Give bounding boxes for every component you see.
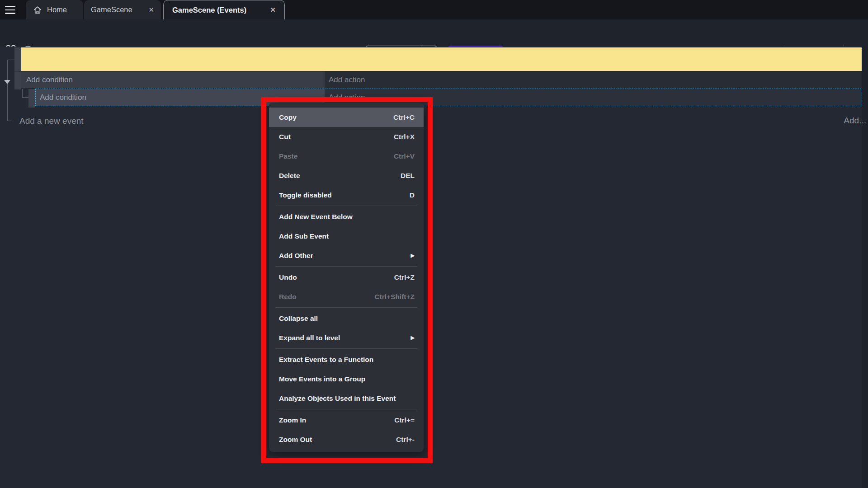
tab-gamescene-events[interactable]: GameScene (Events) ✕ — [163, 0, 285, 19]
menu-item-label: Add New Event Below — [279, 213, 353, 221]
menu-item-delete[interactable]: DeleteDEL — [269, 166, 424, 185]
tree-line — [7, 60, 8, 121]
menu-item-add-other[interactable]: Add Other▶ — [269, 246, 424, 265]
subevent-drag-handle[interactable] — [28, 89, 35, 108]
menu-item-label: Expand all to level — [279, 334, 340, 342]
menu-item-label: Cut — [279, 133, 291, 141]
menu-separator — [275, 266, 417, 267]
menu-item-cut[interactable]: CutCtrl+X — [269, 127, 424, 146]
menu-item-redo: RedoCtrl+Shift+Z — [269, 287, 424, 306]
app-window: Home GameScene ✕ GameScene (Events) ✕ — [0, 0, 868, 488]
menu-item-undo[interactable]: UndoCtrl+Z — [269, 267, 424, 287]
close-icon[interactable]: ✕ — [270, 6, 276, 14]
close-icon[interactable]: ✕ — [148, 6, 154, 14]
menu-separator — [275, 409, 417, 409]
tree-line — [7, 60, 14, 60]
menu-item-label: Delete — [279, 172, 300, 180]
menu-item-copy[interactable]: CopyCtrl+C — [269, 108, 424, 127]
menu-item-shortcut: Ctrl+- — [396, 436, 415, 444]
tab-home[interactable]: Home — [26, 0, 83, 19]
menu-item-label: Undo — [279, 273, 297, 282]
scrollbar-track[interactable] — [862, 47, 868, 488]
comment-event[interactable] — [21, 47, 862, 72]
menu-item-analyze-objects-used-in-this-event[interactable]: Analyze Objects Used in this Event — [269, 389, 424, 408]
menu-item-shortcut: Ctrl+= — [394, 416, 415, 424]
tab-label: GameScene — [91, 5, 132, 14]
menu-item-label: Redo — [279, 293, 297, 301]
menu-item-label: Copy — [279, 113, 297, 122]
menu-item-extract-events-to-a-function[interactable]: Extract Events to a Function — [269, 350, 424, 369]
menu-item-label: Add Other — [279, 252, 313, 260]
add-condition-link[interactable]: Add condition — [26, 71, 73, 88]
menu-separator — [275, 348, 417, 349]
add-new-event-link[interactable]: Add a new event — [19, 114, 84, 128]
event-drag-handle[interactable] — [14, 47, 21, 89]
menu-item-shortcut: D — [410, 191, 415, 199]
home-icon — [33, 5, 42, 14]
menu-item-toggle-disabled[interactable]: Toggle disabledD — [269, 185, 424, 205]
menu-item-move-events-into-a-group[interactable]: Move Events into a Group — [269, 369, 424, 389]
tab-gamescene[interactable]: GameScene ✕ — [84, 0, 161, 19]
menu-item-shortcut: Ctrl+X — [394, 133, 415, 141]
tree-line — [7, 121, 12, 121]
tab-label: Home — [47, 5, 67, 14]
menu-item-add-new-event-below[interactable]: Add New Event Below — [269, 207, 424, 226]
menu-separator — [275, 206, 417, 206]
menu-item-label: Extract Events to a Function — [279, 356, 373, 364]
context-menu: CopyCtrl+CCutCtrl+XPasteCtrl+VDeleteDELT… — [269, 103, 424, 452]
menu-item-label: Analyze Objects Used in this Event — [279, 394, 396, 403]
menu-item-add-sub-event[interactable]: Add Sub Event — [269, 226, 424, 246]
menu-item-label: Add Sub Event — [279, 232, 329, 240]
menu-item-paste: PasteCtrl+V — [269, 146, 424, 166]
menu-item-zoom-out[interactable]: Zoom OutCtrl+- — [269, 430, 424, 449]
menu-item-shortcut: Ctrl+V — [394, 152, 415, 160]
menu-item-label: Toggle disabled — [279, 191, 332, 199]
menu-item-shortcut: Ctrl+Z — [394, 273, 415, 282]
menu-item-label: Paste — [279, 152, 297, 160]
toolbar: Preview Publish — [0, 19, 868, 47]
menu-item-label: Zoom Out — [279, 436, 312, 444]
submenu-arrow-icon: ▶ — [411, 253, 415, 258]
add-more-link[interactable]: Add... — [844, 114, 866, 127]
menu-item-shortcut: Ctrl+C — [393, 113, 415, 122]
event-actions-area[interactable] — [325, 71, 862, 88]
menu-item-shortcut: DEL — [401, 172, 415, 180]
menu-item-shortcut: Ctrl+Shift+Z — [374, 293, 415, 301]
menu-item-zoom-in[interactable]: Zoom InCtrl+= — [269, 410, 424, 430]
menu-separator — [275, 307, 417, 308]
add-action-link[interactable]: Add action — [329, 71, 365, 88]
submenu-arrow-icon: ▶ — [411, 335, 415, 341]
menu-item-label: Move Events into a Group — [279, 375, 365, 383]
hamburger-menu-icon[interactable] — [5, 4, 17, 16]
tree-line — [22, 97, 28, 98]
tree-line — [22, 89, 23, 98]
menu-item-expand-all-to-level[interactable]: Expand all to level▶ — [269, 328, 424, 347]
tab-label: GameScene (Events) — [172, 6, 246, 14]
collapse-triangle-icon[interactable] — [4, 80, 10, 84]
selection-outline — [35, 89, 861, 106]
tab-bar: Home GameScene ✕ GameScene (Events) ✕ — [0, 0, 868, 19]
events-sheet: Add condition Add action Add condition A… — [0, 47, 868, 488]
menu-item-label: Collapse all — [279, 314, 318, 323]
menu-item-label: Zoom In — [279, 416, 306, 424]
menu-item-collapse-all[interactable]: Collapse all — [269, 309, 424, 328]
